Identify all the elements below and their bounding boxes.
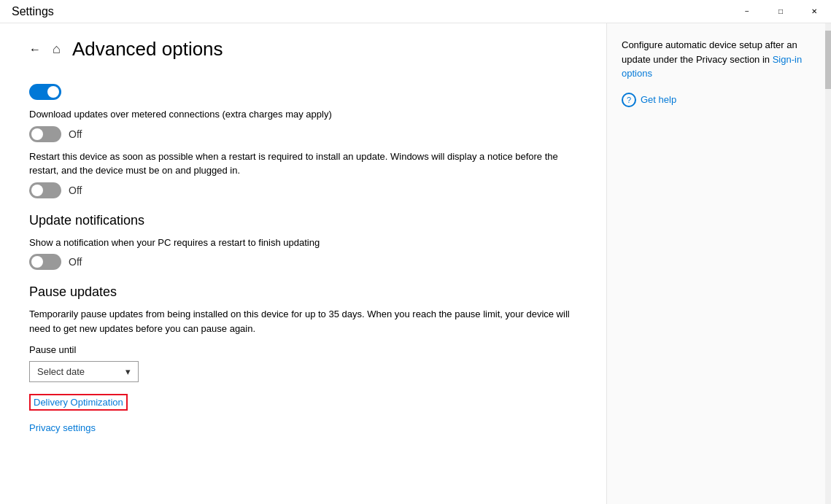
home-button[interactable]: ⌂ <box>53 42 61 57</box>
right-panel-text-content: Configure automatic device setup after a… <box>622 39 797 65</box>
metered-toggle-label: Off <box>69 128 82 140</box>
help-icon-label: ? <box>627 96 631 104</box>
content-area[interactable]: ← ⌂ Advanced options Download updates ov… <box>0 23 606 504</box>
restart-toggle-label: Off <box>69 185 82 196</box>
notifications-toggle[interactable] <box>29 254 61 270</box>
pause-description: Temporarily pause updates from being ins… <box>29 307 577 336</box>
top-toggle[interactable] <box>29 84 61 100</box>
delivery-optimization-link[interactable]: Delivery Optimization <box>29 394 128 411</box>
restart-toggle-container: Off <box>29 182 577 198</box>
titlebar-title: Settings <box>12 5 54 18</box>
main-layout: ← ⌂ Advanced options Download updates ov… <box>0 23 831 504</box>
metered-description: Download updates over metered connection… <box>29 107 577 122</box>
pause-title: Pause updates <box>29 284 577 300</box>
back-button[interactable]: ← <box>29 43 41 56</box>
scrollbar-thumb[interactable] <box>825 31 831 89</box>
page-title: Advanced options <box>72 38 223 61</box>
pause-until-label: Pause until <box>29 344 577 355</box>
top-toggle-container <box>29 84 577 100</box>
minimize-button[interactable]: − <box>730 0 764 23</box>
privacy-settings-link[interactable]: Privacy settings <box>29 422 96 433</box>
top-section <box>29 72 577 100</box>
privacy-settings-container: Privacy settings <box>29 419 577 436</box>
right-panel-description: Configure automatic device setup after a… <box>622 38 811 81</box>
titlebar-controls: − □ ✕ <box>730 0 831 23</box>
help-icon: ? <box>622 93 636 107</box>
notifications-title: Update notifications <box>29 213 577 228</box>
get-help-link[interactable]: Get help <box>641 94 676 105</box>
titlebar-left: Settings <box>12 5 54 18</box>
restart-description: Restart this device as soon as possible … <box>29 150 577 178</box>
metered-toggle-container: Off <box>29 126 577 142</box>
pause-date-dropdown[interactable]: Select date ▾ <box>29 361 139 382</box>
restart-toggle[interactable] <box>29 182 61 198</box>
scrollbar[interactable] <box>825 23 831 504</box>
maximize-button[interactable]: □ <box>764 0 797 23</box>
notifications-toggle-label: Off <box>69 256 82 268</box>
page-header: ← ⌂ Advanced options <box>29 23 577 72</box>
notifications-toggle-container: Off <box>29 254 577 270</box>
dropdown-value: Select date <box>37 366 85 377</box>
titlebar: Settings − □ ✕ <box>0 0 831 23</box>
notifications-description: Show a notification when your PC require… <box>29 236 577 250</box>
delivery-optimization-container: Delivery Optimization <box>29 382 577 419</box>
close-button[interactable]: ✕ <box>797 0 831 23</box>
right-panel: Configure automatic device setup after a… <box>606 23 825 504</box>
chevron-down-icon: ▾ <box>125 366 131 377</box>
metered-toggle[interactable] <box>29 126 61 142</box>
get-help-container: ? Get help <box>622 93 811 107</box>
